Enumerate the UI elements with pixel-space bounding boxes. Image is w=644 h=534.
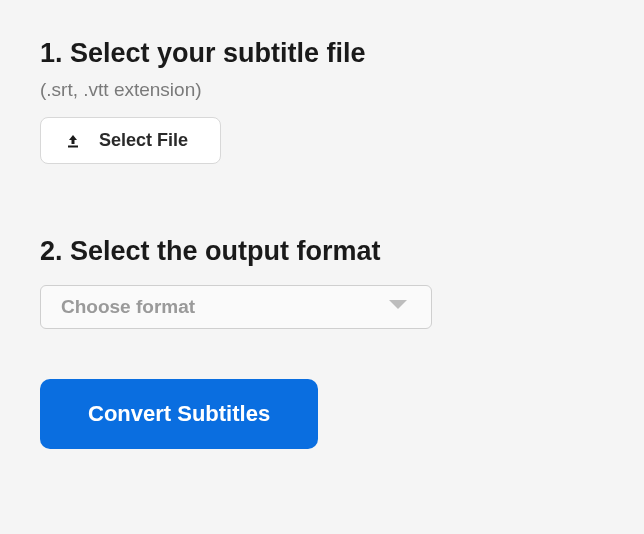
upload-icon: [65, 133, 81, 149]
select-file-button[interactable]: Select File: [40, 117, 221, 164]
format-placeholder: Choose format: [61, 296, 195, 318]
step-2-section: 2. Select the output format Choose forma…: [40, 236, 604, 329]
step-1-heading: 1. Select your subtitle file: [40, 38, 604, 69]
section-gap: [40, 164, 604, 236]
svg-rect-0: [68, 145, 78, 147]
step-1-section: 1. Select your subtitle file (.srt, .vtt…: [40, 38, 604, 164]
convert-button-label: Convert Subtitles: [88, 401, 270, 427]
format-select[interactable]: Choose format: [40, 285, 432, 329]
step-2-heading: 2. Select the output format: [40, 236, 604, 267]
step-1-subtext: (.srt, .vtt extension): [40, 79, 604, 101]
chevron-down-icon: [387, 298, 409, 316]
convert-subtitles-button[interactable]: Convert Subtitles: [40, 379, 318, 449]
select-file-label: Select File: [99, 130, 188, 151]
